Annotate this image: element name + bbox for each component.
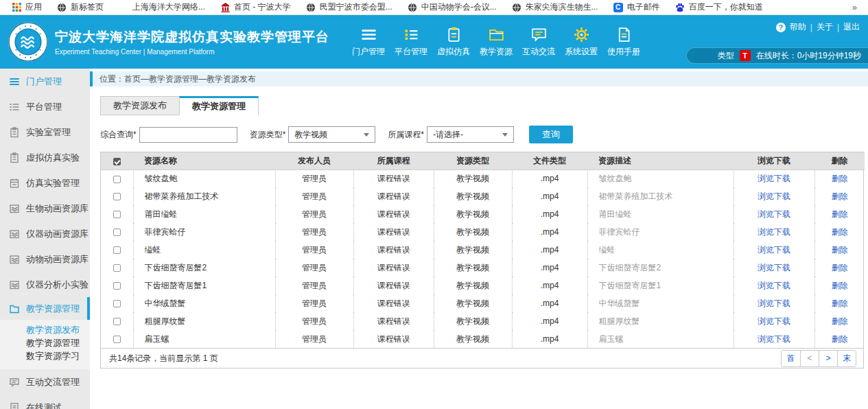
sidebar-item-lab-management[interactable]: 实验室管理 — [0, 119, 90, 145]
file-type: .mp4 — [512, 330, 587, 348]
col-header-filetype: 文件类型 — [512, 152, 587, 170]
course-select[interactable]: -请选择- — [427, 126, 514, 143]
nav-virtual-sim[interactable]: 虚拟仿真 — [432, 26, 475, 58]
table-row: 莆田缢蛏 管理员 课程错误 教学视频 .mp4 莆田缢蛏 浏览下载 删除 — [101, 205, 865, 223]
online-time: 在线时长：0小时19分钟19秒 — [756, 50, 861, 62]
logout-link[interactable]: 退出 — [843, 21, 860, 33]
delete-link[interactable]: 删除 — [832, 334, 848, 344]
help-link[interactable]: 帮助 — [790, 21, 806, 33]
bookmark-new-tab[interactable]: 新标签页 — [49, 0, 111, 15]
row-checkbox[interactable] — [113, 193, 121, 200]
file-type: .mp4 — [512, 259, 587, 277]
row-checkbox[interactable] — [113, 246, 121, 254]
help-icon: ? — [776, 23, 786, 32]
delete-link[interactable]: 删除 — [832, 245, 848, 255]
bookmark-zoology-society[interactable]: 中国动物学会-会议... — [400, 0, 504, 15]
submenu-item-resource-publish[interactable]: 教学资源发布 — [0, 323, 90, 336]
sidebar-item-animal-animation-library[interactable]: 动物动画资源库 — [0, 246, 90, 272]
table-row: 粗腿厚纹蟹 管理员 课程错误 教学视频 .mp4 粗腿厚纹蟹 浏览下载 删除 — [101, 312, 865, 330]
row-checkbox[interactable] — [113, 229, 121, 236]
delete-link[interactable]: 删除 — [832, 227, 848, 237]
delete-link[interactable]: 删除 — [832, 281, 848, 290]
user-type-label: 类型 — [718, 50, 734, 62]
delete-link[interactable]: 删除 — [832, 316, 848, 326]
bookmark-ningbo-university[interactable]: 首页 - 宁波大学 — [213, 0, 298, 15]
bookmarks-overflow-chevron[interactable]: » — [845, 2, 864, 12]
delete-link[interactable]: 删除 — [832, 191, 848, 201]
nav-teaching-resource[interactable]: 教学资源 — [475, 26, 517, 58]
search-button[interactable]: 查询 — [529, 126, 573, 143]
browse-download-link[interactable]: 浏览下载 — [758, 227, 790, 237]
delete-link[interactable]: 删除 — [832, 174, 848, 183]
tab-resource-publish[interactable]: 教学资源发布 — [100, 96, 180, 115]
page-first-button[interactable]: 首 — [782, 351, 800, 366]
resource-type: 教学视频 — [434, 205, 512, 223]
course: 课程错误 — [353, 312, 434, 330]
delete-link[interactable]: 删除 — [832, 209, 848, 219]
sidebar-item-teaching-resource-management[interactable]: 教学资源管理 — [0, 297, 90, 320]
resource-type-value: 教学视频 — [294, 129, 327, 141]
browse-download-link[interactable]: 浏览下载 — [758, 316, 790, 326]
resource-description: 莆田缢蛏 — [587, 205, 734, 223]
table-row: 菲律宾蛤仔 管理员 课程错误 教学视频 .mp4 菲律宾蛤仔 浏览下载 删除 — [101, 223, 865, 241]
delete-link[interactable]: 删除 — [832, 299, 848, 308]
submenu-item-digital-resource-learning[interactable]: 数字资源学习 — [0, 349, 90, 362]
resource-name: 粗腿厚纹蟹 — [133, 312, 275, 330]
resource-type-select[interactable]: 教学视频 — [288, 126, 375, 143]
browse-download-link[interactable]: 浏览下载 — [758, 334, 790, 344]
browse-download-link[interactable]: 浏览下载 — [758, 245, 790, 255]
sidebar-item-interaction-management[interactable]: 互动交流管理 — [0, 369, 90, 395]
row-checkbox[interactable] — [113, 300, 121, 307]
chevron-down-icon — [502, 133, 508, 137]
page-next-button[interactable]: > — [819, 351, 837, 366]
browse-download-link[interactable]: 浏览下载 — [758, 299, 790, 308]
publisher: 管理员 — [275, 187, 353, 205]
select-all-checkbox[interactable] — [113, 158, 121, 165]
nav-system-settings[interactable]: 系统设置 — [560, 26, 602, 58]
bookmark-baidu[interactable]: 百度一下，你就知道 — [668, 0, 771, 15]
sidebar-item-platform[interactable]: 平台管理 — [0, 94, 90, 119]
bookmark-shou[interactable]: 上海海洋大学网络... — [111, 0, 213, 15]
tab-resource-management[interactable]: 教学资源管理 — [179, 96, 259, 115]
bookmark-email[interactable]: C 电子邮件 — [606, 0, 668, 15]
sidebar-item-instrument-analysis[interactable]: 仪器分析小实验 — [0, 272, 90, 297]
sidebar-item-online-test[interactable]: 在线测试 — [0, 395, 90, 409]
browse-download-link[interactable]: 浏览下载 — [758, 191, 790, 201]
about-link[interactable]: 关于 — [817, 21, 833, 33]
sidebar-item-instrument-animation-library[interactable]: 仪器动画资源库 — [0, 221, 90, 246]
nav-portal[interactable]: 门户管理 — [347, 26, 390, 58]
page-last-button[interactable]: 末 — [837, 351, 856, 366]
sidebar-item-virtual-sim-experiment[interactable]: 虚拟仿真实验 — [0, 145, 90, 170]
nav-interaction[interactable]: 互动交流 — [517, 26, 560, 58]
bookmark-minmeng[interactable]: 民盟宁波市委会盟... — [298, 0, 400, 15]
col-header-publisher: 发布人员 — [275, 152, 353, 170]
sidebar-item-portal[interactable]: 门户管理 — [0, 69, 90, 94]
row-checkbox[interactable] — [113, 211, 121, 218]
row-checkbox[interactable] — [113, 176, 121, 183]
sidebar-item-sim-experiment-management[interactable]: 仿真实验管理 — [0, 170, 90, 196]
sidebar-item-bio-animation-library[interactable]: 生物动画资源库 — [0, 196, 90, 221]
bookmark-apps[interactable]: 应用 — [4, 0, 49, 15]
page-prev-button[interactable]: < — [800, 351, 819, 366]
row-checkbox[interactable] — [113, 264, 121, 272]
delete-link[interactable]: 删除 — [832, 263, 848, 272]
mail-c-icon: C — [613, 3, 623, 12]
bookmark-zhujiajian[interactable]: 朱家尖海滨生物生... — [504, 0, 606, 15]
browse-download-link[interactable]: 浏览下载 — [758, 263, 790, 272]
manual-icon — [615, 26, 633, 43]
row-checkbox[interactable] — [113, 318, 121, 325]
row-checkbox[interactable] — [113, 336, 121, 343]
nav-manual[interactable]: 使用手册 — [602, 26, 645, 58]
row-checkbox[interactable] — [113, 282, 121, 290]
nav-platform[interactable]: 平台管理 — [390, 26, 432, 58]
resource-description: 粗腿厚纹蟹 — [587, 312, 734, 330]
browse-download-link[interactable]: 浏览下载 — [758, 174, 790, 183]
bookmark-label: 电子邮件 — [627, 1, 660, 13]
resource-type: 教学视频 — [434, 241, 512, 259]
browse-download-link[interactable]: 浏览下载 — [758, 209, 790, 219]
publisher: 管理员 — [275, 170, 353, 187]
publisher: 管理员 — [275, 330, 353, 348]
query-input[interactable] — [139, 127, 237, 143]
browse-download-link[interactable]: 浏览下载 — [758, 281, 790, 290]
submenu-item-resource-management[interactable]: 教学资源管理 — [0, 336, 90, 349]
